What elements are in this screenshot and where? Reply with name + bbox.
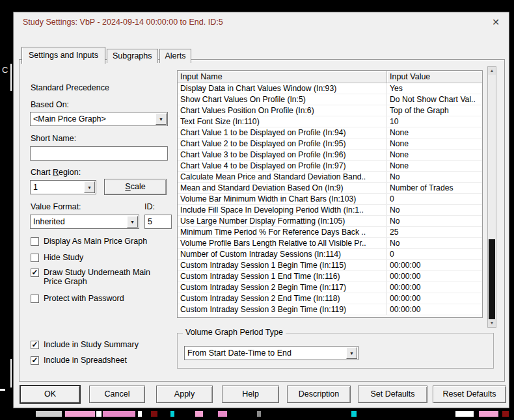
table-row[interactable]: Custom Intraday Session 2 Begin Time (In… xyxy=(178,282,482,293)
checkbox-protect-with-password[interactable]: Protect with Password xyxy=(31,294,124,303)
period-type-value: From Start Date-Time to End xyxy=(187,348,345,358)
chart-strip-segment xyxy=(65,411,95,417)
short-name-label: Short Name: xyxy=(31,134,76,143)
tab-page: Standard Precedence Based On: <Main Pric… xyxy=(19,59,505,382)
background-chart-strip xyxy=(0,410,514,419)
title-bar[interactable]: Study Settings: VbP - 2024-09-14 00:00:0… xyxy=(14,12,509,32)
checkbox-draw-study-underneath[interactable]: ✓ Draw Study Underneath Main Price Graph xyxy=(31,268,151,286)
table-row[interactable]: Custom Intraday Session 1 Begin Time (In… xyxy=(178,260,482,271)
input-value-cell: None xyxy=(387,161,482,171)
background-artifact xyxy=(10,359,12,387)
table-row[interactable]: Calculate Mean Price and Standard Deviat… xyxy=(178,172,482,183)
table-row[interactable]: Volume Bar Minimum Width in Chart Bars (… xyxy=(178,194,482,205)
checkbox-hide-study[interactable]: Hide Study xyxy=(31,253,83,262)
checkbox-box[interactable] xyxy=(31,237,39,246)
table-row[interactable]: Mean and Standard Deviation Based On (In… xyxy=(178,183,482,194)
combo-dropdown-button[interactable]: ▼ xyxy=(84,181,95,193)
table-row[interactable]: Minimum Time Period % For Reference Days… xyxy=(178,227,482,238)
combo-dropdown-button[interactable]: ▼ xyxy=(346,347,357,359)
help-button[interactable]: Help xyxy=(222,386,279,403)
table-header: Input Name Input Value xyxy=(178,71,482,83)
checkbox-box[interactable]: ✓ xyxy=(31,341,39,349)
input-name-cell: Volume Profile Bars Length Relative to A… xyxy=(178,238,387,248)
checkbox-box[interactable] xyxy=(31,254,39,262)
set-defaults-button[interactable]: Set Defaults xyxy=(358,386,427,403)
table-scrollbar[interactable]: ▲ ▼ xyxy=(487,66,496,328)
value-format-select[interactable]: Inherited ▼ xyxy=(30,215,139,229)
input-value-cell: 10 xyxy=(387,116,482,127)
checkbox-box[interactable]: ✓ xyxy=(31,269,39,277)
scroll-down-icon[interactable]: ▼ xyxy=(488,319,496,327)
table-row[interactable]: Use Large Number Display Formatting (In:… xyxy=(178,216,482,227)
table-row[interactable]: Custom Intraday Session 2 End Time (In:1… xyxy=(178,293,482,304)
table-row[interactable]: Include Fill Space In Developing Period … xyxy=(178,205,482,216)
period-type-select[interactable]: From Start Date-Time to End ▼ xyxy=(184,346,358,360)
combo-dropdown-button[interactable]: ▼ xyxy=(156,113,167,125)
combo-dropdown-button[interactable]: ▼ xyxy=(127,216,138,228)
id-input[interactable] xyxy=(144,215,172,229)
close-button[interactable]: ✕ xyxy=(488,15,504,29)
table-row[interactable]: Chart Value 3 to be Displayed on Profile… xyxy=(178,150,482,161)
based-on-label: Based On: xyxy=(31,100,69,109)
table-row[interactable]: Volume Profile Bars Length Relative to A… xyxy=(178,238,482,249)
chart-strip-segment xyxy=(195,411,203,417)
input-value-cell: None xyxy=(387,150,482,160)
table-row[interactable]: Show Chart Values On Profile (In:5)Do No… xyxy=(178,94,482,105)
column-header-input-name[interactable]: Input Name xyxy=(178,71,387,83)
checkbox-include-in-spreadsheet[interactable]: ✓ Include in Spreadsheet xyxy=(31,356,127,365)
input-name-cell: Text Font Size (In:110) xyxy=(178,116,387,127)
checkbox-display-as-main-price-graph[interactable]: Display As Main Price Graph xyxy=(31,237,147,246)
based-on-select[interactable]: <Main Price Graph> ▼ xyxy=(30,112,168,126)
input-name-cell: Volume Bar Minimum Width in Chart Bars (… xyxy=(178,194,387,204)
scroll-up-icon[interactable]: ▲ xyxy=(488,67,496,75)
input-value-cell: 0 xyxy=(387,194,482,204)
table-row[interactable]: Chart Values Position On Profile (In:6)T… xyxy=(178,105,482,116)
input-name-cell: Chart Value 1 to be Displayed on Profile… xyxy=(178,127,387,138)
table-row[interactable]: Chart Value 2 to be Displayed on Profile… xyxy=(178,138,482,150)
input-name-cell: Number of Custom Intraday Sessions (In:1… xyxy=(178,249,387,259)
input-value-cell: 0 xyxy=(387,249,482,259)
checkbox-label: Include in Spreadsheet xyxy=(44,356,127,365)
input-value-cell: Do Not Show Chart Val.. xyxy=(387,94,482,105)
input-name-cell: Use Large Number Display Formatting (In:… xyxy=(178,216,387,226)
chart-strip-segment xyxy=(151,411,157,417)
scrollbar-thumb[interactable] xyxy=(489,239,495,321)
chart-region-select[interactable]: 1 ▼ xyxy=(30,180,96,194)
table-row[interactable]: Number of Custom Intraday Sessions (In:1… xyxy=(178,249,482,260)
table-row[interactable]: Custom Intraday Session 3 Begin Time (In… xyxy=(178,304,482,315)
checkbox-label: Display As Main Price Graph xyxy=(44,237,147,246)
apply-button[interactable]: Apply xyxy=(156,386,213,403)
tab-settings-and-inputs[interactable]: Settings and Inputs xyxy=(21,47,105,64)
table-row[interactable]: Custom Intraday Session 1 End Time (In:1… xyxy=(178,271,482,282)
input-value-cell: None xyxy=(387,138,482,149)
table-row[interactable]: Text Font Size (In:110)10 xyxy=(178,116,482,127)
chevron-down-icon: ▼ xyxy=(87,185,92,190)
chart-strip-segment xyxy=(138,411,142,417)
checkbox-include-in-study-summary[interactable]: ✓ Include in Study Summary xyxy=(31,340,139,349)
input-name-cell: Show Chart Values On Profile (In:5) xyxy=(178,94,387,105)
chart-strip-segment xyxy=(257,411,261,417)
chart-strip-segment xyxy=(103,411,135,417)
checkbox-label: Protect with Password xyxy=(44,294,124,303)
table-row[interactable]: Chart Value 4 to be Displayed on Profile… xyxy=(178,161,482,172)
table-row[interactable]: Chart Value 1 to be Displayed on Profile… xyxy=(178,127,482,138)
tab-alerts[interactable]: Alerts xyxy=(159,49,192,63)
checkbox-label: Draw Study Underneath Main Price Graph xyxy=(44,268,151,286)
checkbox-box[interactable] xyxy=(31,295,39,303)
description-button[interactable]: Description xyxy=(287,386,351,403)
table-row[interactable]: Display Data in Chart Values Window (In:… xyxy=(178,83,482,94)
chevron-down-icon: ▼ xyxy=(349,351,354,356)
reset-defaults-button[interactable]: Reset Defaults xyxy=(433,386,506,403)
input-name-cell: Custom Intraday Session 2 End Time (In:1… xyxy=(178,293,387,304)
checkbox-box[interactable]: ✓ xyxy=(31,356,39,365)
cancel-button[interactable]: Cancel xyxy=(89,386,145,403)
column-header-input-value[interactable]: Input Value xyxy=(387,71,482,83)
tab-subgraphs[interactable]: Subgraphs xyxy=(107,49,157,63)
input-name-cell: Chart Value 3 to be Displayed on Profile… xyxy=(178,150,387,160)
background-edge-text: C xyxy=(2,65,8,75)
input-name-cell: Mean and Standard Deviation Based On (In… xyxy=(178,183,387,193)
short-name-input[interactable] xyxy=(30,146,168,161)
scale-button[interactable]: Scale xyxy=(104,179,167,195)
ok-button[interactable]: OK xyxy=(20,386,80,403)
input-name-cell: Custom Intraday Session 3 Begin Time (In… xyxy=(178,304,387,315)
